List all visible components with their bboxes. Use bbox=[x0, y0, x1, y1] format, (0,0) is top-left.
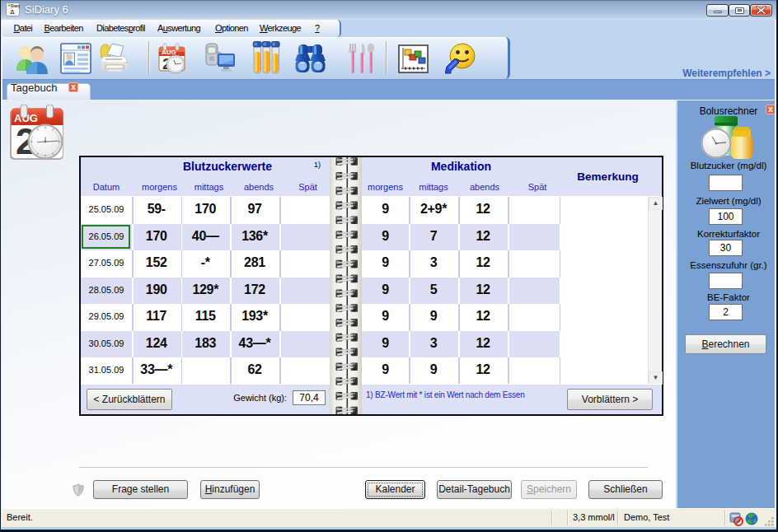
svg-text:Diary: Diary bbox=[11, 4, 20, 8]
